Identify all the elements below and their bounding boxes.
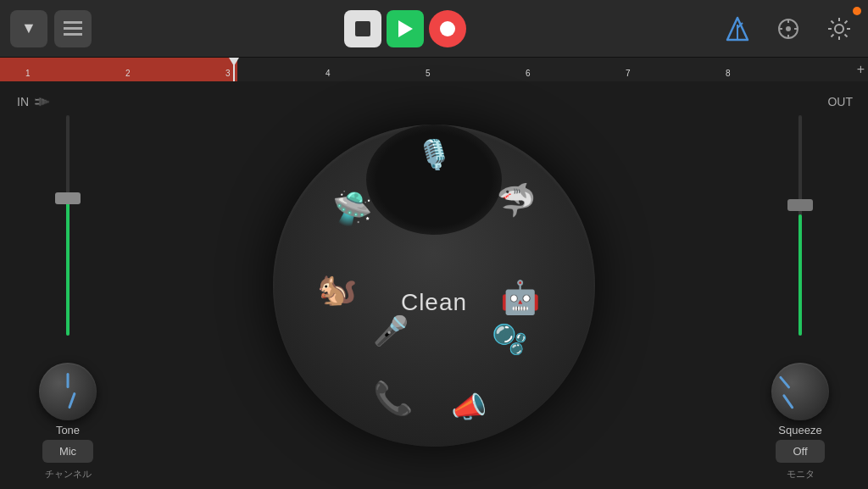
ruler-mark-2: 2 xyxy=(125,69,131,80)
ruler-mark-3: 3 xyxy=(225,69,231,80)
right-bottom-controls: Squeeze Off モニタ xyxy=(732,363,868,481)
ruler-mark-8: 8 xyxy=(726,69,731,80)
svg-point-22 xyxy=(835,25,843,33)
tempo-button[interactable] xyxy=(770,10,807,47)
ruler-mark-4: 4 xyxy=(326,69,331,80)
tone-knob-container: Tone xyxy=(39,363,97,436)
timeline: 1 2 3 4 5 6 7 8 + xyxy=(0,58,868,81)
voice-effect-wheel[interactable]: Clean 🎙️ 🛸 🦈 🐿️ 🤖 🎤 🫧 📞 📣 xyxy=(273,125,595,447)
robot-icon[interactable]: 🤖 xyxy=(500,281,540,314)
settings-button[interactable] xyxy=(821,10,858,47)
ufo-icon[interactable]: 🛸 xyxy=(332,192,372,225)
shark-icon[interactable]: 🦈 xyxy=(496,184,536,216)
squeeze-label: Squeeze xyxy=(778,424,821,436)
squirrel-icon[interactable]: 🐿️ xyxy=(317,273,357,305)
input-slider-fill xyxy=(66,199,70,336)
bubble-icon[interactable]: 🫧 xyxy=(492,325,527,353)
phone-icon[interactable]: 📞 xyxy=(373,382,413,414)
timeline-ruler: 1 2 3 4 5 6 7 8 xyxy=(0,58,868,81)
svg-point-17 xyxy=(786,26,791,31)
output-slider-thumb[interactable] xyxy=(787,199,813,211)
left-bottom-controls: Tone Mic チャンネル xyxy=(0,363,136,481)
dropdown-icon: ▼ xyxy=(21,19,36,37)
input-slider-track xyxy=(66,115,70,336)
stop-button[interactable] xyxy=(344,10,381,47)
output-slider-fill xyxy=(798,214,802,336)
input-slider-container xyxy=(51,115,85,336)
input-slider-thumb[interactable] xyxy=(55,192,81,204)
monitor-button[interactable]: Off xyxy=(776,440,824,463)
toolbar-right xyxy=(719,10,858,47)
stop-icon xyxy=(355,21,370,36)
channel-label: チャンネル xyxy=(45,468,92,481)
ruler-mark-6: 6 xyxy=(526,69,531,80)
monitor-sub-label: モニタ xyxy=(787,468,815,481)
record-icon xyxy=(438,19,457,38)
squeeze-knob[interactable] xyxy=(771,363,829,420)
metronome-icon xyxy=(726,16,749,42)
gear-icon xyxy=(827,17,851,41)
center-area: Clean 🎙️ 🛸 🦈 🐿️ 🤖 🎤 🫧 📞 📣 xyxy=(136,81,732,489)
list-button[interactable] xyxy=(54,10,92,47)
tone-knob[interactable] xyxy=(39,363,97,420)
play-icon xyxy=(397,19,414,38)
svg-line-30 xyxy=(832,34,834,36)
orange-dot xyxy=(853,7,861,15)
play-button[interactable] xyxy=(387,10,424,47)
out-label: OUT xyxy=(827,95,868,108)
toolbar: ▼ xyxy=(0,0,868,58)
ruler-mark-5: 5 xyxy=(426,69,431,80)
megaphone-icon[interactable]: 📣 xyxy=(451,392,487,421)
add-track-button[interactable]: + xyxy=(857,62,865,77)
right-panel: OUT Squeeze Off モニタ xyxy=(732,81,868,489)
output-slider-track xyxy=(798,115,802,336)
clean-label: Clean xyxy=(401,289,467,316)
pin-icon: 🔌 xyxy=(31,92,50,111)
mic-button[interactable]: Mic xyxy=(42,440,93,463)
dropdown-button[interactable]: ▼ xyxy=(10,10,47,47)
toolbar-center xyxy=(344,10,466,47)
svg-point-12 xyxy=(440,21,455,36)
tone-label: Tone xyxy=(56,424,80,436)
svg-line-27 xyxy=(832,20,834,23)
ruler-mark-7: 7 xyxy=(626,69,631,80)
handheld-mic-icon[interactable]: 🎤 xyxy=(373,316,409,345)
tempo-icon xyxy=(777,18,799,40)
metronome-button[interactable] xyxy=(719,10,756,47)
left-panel: IN 🔌 Tone Mic チャンネル xyxy=(0,81,136,489)
svg-marker-11 xyxy=(398,20,413,37)
svg-rect-10 xyxy=(355,21,370,36)
squeeze-knob-container: Squeeze xyxy=(771,363,829,436)
output-slider-container xyxy=(783,115,817,336)
svg-line-28 xyxy=(845,34,848,36)
playhead[interactable] xyxy=(233,58,235,81)
record-button[interactable] xyxy=(429,10,466,47)
in-label: IN 🔌 xyxy=(0,95,47,108)
microphone-icon[interactable]: 🎙️ xyxy=(416,140,452,169)
svg-line-29 xyxy=(845,20,848,23)
list-icon xyxy=(64,21,82,36)
ruler-mark-1: 1 xyxy=(25,69,31,80)
main-area: IN 🔌 Tone Mic チャンネル Clean xyxy=(0,81,868,489)
toolbar-left: ▼ xyxy=(10,10,92,47)
